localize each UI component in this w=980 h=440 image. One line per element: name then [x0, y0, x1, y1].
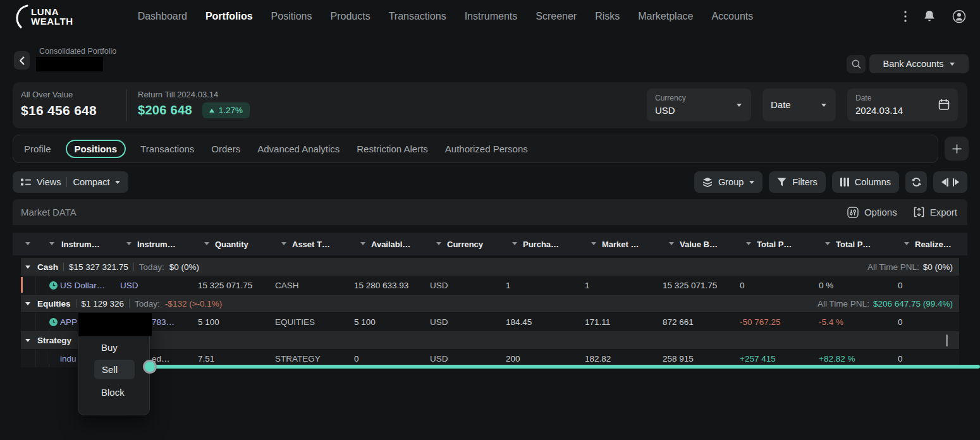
all-time-pnl-label: All Time PNL: [867, 262, 919, 272]
tab-restriction-alerts[interactable]: Restriction Alerts [357, 144, 428, 154]
redacted-portfolio-name [36, 57, 103, 71]
nav-item-accounts[interactable]: Accounts [711, 11, 753, 22]
header-value-base[interactable]: Value B… [663, 233, 740, 255]
date-picker-field[interactable]: Date 2024.03.14 [847, 89, 958, 121]
options-button[interactable]: Options [847, 207, 897, 218]
context-menu-item-block[interactable]: Block [78, 381, 149, 403]
group-row-equities[interactable]: Equities $1 129 326 Today: -$132 (>-0.1%… [21, 295, 959, 313]
header-total-pnl[interactable]: Total P… [740, 233, 819, 255]
header-purchase[interactable]: Purcha… [506, 233, 585, 255]
chevron-down-icon [749, 181, 754, 184]
nav-item-products[interactable]: Products [331, 11, 371, 22]
all-time-pnl-value: $0 (0%) [923, 262, 953, 272]
chevron-down-icon[interactable] [25, 339, 30, 342]
header-expand-all[interactable] [21, 233, 36, 255]
return-change-badge: 1.27% [202, 102, 250, 118]
tab-authorized-persons[interactable]: Authorized Persons [445, 144, 528, 154]
nav-item-transactions[interactable]: Transactions [389, 11, 446, 22]
row-cell-spacer [21, 350, 36, 367]
tab-positions[interactable]: Positions [66, 140, 126, 158]
filters-label: Filters [792, 177, 817, 187]
panel-collapse-left-icon [941, 178, 948, 186]
nav-item-instruments[interactable]: Instruments [465, 11, 518, 22]
export-button[interactable]: Export [914, 207, 957, 217]
cell-asset-type: STRATEGY [275, 354, 354, 364]
instrument-name-link[interactable]: indu [60, 354, 77, 364]
group-row-strategy[interactable]: Strategy [21, 331, 959, 350]
currency-label: Currency [655, 94, 686, 102]
date-type-dropdown[interactable]: Date [763, 89, 836, 121]
chevron-down-icon[interactable] [25, 302, 30, 305]
group-row-cash[interactable]: Cash $15 327 321.75 Today: $0 (0%) All T… [21, 258, 959, 276]
summary-card: All Over Value $16 456 648 Return Till 2… [13, 82, 967, 128]
cell-market: 182.82 [585, 354, 663, 364]
nav-item-risks[interactable]: Risks [595, 11, 620, 22]
drag-indicator-handle[interactable] [143, 360, 157, 374]
group-name: Strategy [37, 336, 71, 345]
instrument-name-link[interactable]: US Dollar… [60, 281, 105, 290]
tab-profile[interactable]: Profile [24, 144, 51, 154]
context-menu-item-buy[interactable]: Buy [78, 336, 149, 358]
return-block: Return Till 2024.03.14 $206 648 1.27% [138, 90, 250, 118]
table-row-us-dollar[interactable]: US Dollar… USD 15 325 071.75 CASH 15 280… [21, 276, 959, 295]
top-nav: LUNA WEALTH Dashboard Portfolios Positio… [0, 0, 980, 33]
header-total-pnl-pct[interactable]: Total P… [819, 233, 898, 255]
vertical-scrollbar-thumb[interactable] [946, 334, 948, 346]
drag-indicator-line[interactable] [148, 365, 980, 369]
bank-accounts-dropdown[interactable]: Bank Accounts [869, 54, 969, 73]
nav-item-marketplace[interactable]: Marketplace [638, 11, 693, 22]
nav-item-positions[interactable]: Positions [271, 11, 312, 22]
panel-expand-right-icon [953, 178, 960, 186]
divider [129, 299, 130, 308]
chevron-down-icon [821, 104, 826, 107]
currency-dropdown[interactable]: Currency USD [647, 89, 751, 121]
views-dropdown[interactable]: Views Compact [13, 171, 128, 193]
columns-button[interactable]: Columns [832, 171, 899, 193]
header-quantity[interactable]: Quantity [198, 233, 275, 255]
refresh-button[interactable] [905, 171, 927, 193]
chevron-down-icon[interactable] [25, 266, 30, 269]
tab-advanced-analytics[interactable]: Advanced Analytics [257, 144, 340, 154]
nav-item-screener[interactable]: Screener [536, 11, 577, 22]
cell-available: 5 100 [354, 317, 430, 327]
cell-currency: USD [430, 317, 506, 327]
nav-item-dashboard[interactable]: Dashboard [138, 11, 187, 22]
kebab-menu-icon[interactable] [904, 11, 907, 22]
group-dropdown[interactable]: Group [694, 171, 763, 193]
header-asset-type[interactable]: Asset T… [275, 233, 354, 255]
cell-value-base: 15 325 071.75 [663, 281, 740, 290]
notifications-bell-icon[interactable] [924, 10, 935, 23]
instrument-name-link[interactable]: APP [60, 317, 77, 327]
collapse-expand-panels-button[interactable] [933, 171, 967, 193]
date-field-label: Date [855, 94, 871, 102]
tab-transactions[interactable]: Transactions [140, 144, 194, 154]
columns-label: Columns [855, 177, 891, 187]
context-menu-item-sell[interactable]: Sell [94, 360, 135, 379]
instrument-id-link[interactable]: USD [120, 281, 198, 290]
search-button[interactable] [847, 55, 866, 73]
filters-button[interactable]: Filters [769, 171, 825, 193]
cell-asset-type: EQUITIES [275, 317, 354, 327]
cell-total-pnl-pct: -5.4 % [819, 317, 898, 327]
export-icon [914, 207, 924, 217]
currency-value: USD [655, 105, 675, 116]
header-instrument-name[interactable]: Instrum… [49, 233, 120, 255]
header-realized[interactable]: Realize… [898, 233, 959, 255]
group-name: Equities [37, 299, 71, 309]
user-avatar-icon[interactable] [952, 9, 966, 23]
nav-item-portfolios[interactable]: Portfolios [205, 11, 253, 22]
all-time-pnl-label: All Time PNL: [818, 299, 869, 309]
table-row-app[interactable]: APP 783… 5 100 EQUITIES 5 100 USD 184.45… [21, 313, 959, 331]
header-currency[interactable]: Currency [430, 233, 506, 255]
header-available[interactable]: Availabl… [354, 233, 430, 255]
divider [76, 299, 77, 308]
header-market[interactable]: Market … [585, 233, 663, 255]
redacted-instrument-info [78, 313, 152, 336]
group-label: Group [718, 177, 744, 187]
tab-orders[interactable]: Orders [211, 144, 240, 154]
divider [133, 262, 134, 271]
header-instrument-id[interactable]: Instrum… [120, 233, 198, 255]
brand-logo[interactable]: LUNA WEALTH [14, 3, 73, 30]
back-button[interactable] [14, 51, 30, 70]
add-tab-button[interactable] [945, 137, 969, 161]
